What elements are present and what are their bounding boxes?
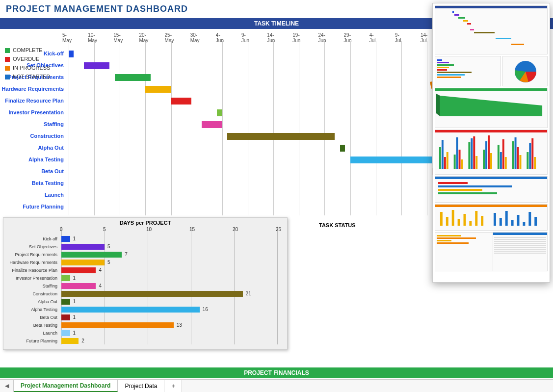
- svg-rect-22: [505, 157, 507, 169]
- svg-rect-41: [505, 211, 508, 226]
- svg-rect-20: [500, 152, 502, 169]
- legend-item: IN PROGRESS: [5, 65, 50, 71]
- svg-rect-16: [485, 141, 487, 169]
- svg-rect-31: [440, 212, 443, 226]
- svg-rect-24: [515, 137, 517, 169]
- days-row: Staffing4: [3, 283, 287, 290]
- svg-rect-25: [517, 147, 519, 169]
- svg-marker-2: [436, 94, 440, 116]
- tab-nav-prev[interactable]: ◀: [0, 380, 14, 392]
- gantt-row: Alpha Out: [0, 143, 432, 155]
- gantt-row: Launch: [0, 190, 432, 202]
- days-row: Beta Out1: [3, 314, 287, 322]
- svg-rect-6: [447, 152, 448, 169]
- svg-rect-33: [452, 210, 454, 226]
- svg-rect-37: [475, 211, 477, 226]
- svg-rect-34: [458, 219, 460, 226]
- svg-rect-39: [494, 213, 496, 226]
- svg-rect-45: [528, 212, 531, 226]
- svg-rect-28: [529, 143, 531, 169]
- gantt-row: Finalize Resource Plan: [0, 96, 432, 107]
- days-row: Alpha Testing16: [3, 306, 287, 314]
- sheet-tab-bar: ◀ Project Management Dashboard Project D…: [0, 379, 553, 392]
- svg-rect-44: [523, 222, 525, 226]
- gantt-row: Set Objectives: [0, 60, 432, 72]
- days-row: Launch1: [3, 330, 287, 338]
- svg-rect-38: [481, 216, 483, 226]
- svg-rect-15: [483, 150, 485, 169]
- tab-add[interactable]: +: [164, 380, 182, 392]
- svg-rect-27: [527, 152, 528, 169]
- gantt-row: Kick-off: [0, 49, 432, 60]
- legend-item: NOT STARTED: [5, 74, 50, 79]
- days-row: Construction21: [3, 290, 287, 298]
- preview-overlay: [432, 3, 550, 283]
- svg-rect-11: [468, 142, 470, 169]
- gantt-row: Project Requirements: [0, 72, 432, 84]
- gantt-row: Hardware Requirements: [0, 84, 432, 96]
- svg-marker-1: [440, 96, 542, 116]
- legend-item: OVERDUE: [5, 56, 50, 62]
- days-row: Set Objectives5: [3, 243, 287, 251]
- svg-rect-36: [469, 221, 472, 226]
- svg-rect-10: [461, 159, 463, 169]
- days-panel-title: DAYS per PROJECT: [3, 218, 287, 228]
- svg-rect-40: [500, 218, 502, 226]
- gantt-row: Beta Testing: [0, 178, 432, 190]
- gantt-row: Construction: [0, 131, 432, 143]
- days-row: Kick-off1: [3, 235, 287, 243]
- svg-rect-12: [471, 138, 473, 169]
- days-row: Alpha Out1: [3, 298, 287, 306]
- pie-legend: COMPLETEOVERDUEIN PROGRESSNOT STARTED: [5, 44, 50, 82]
- gantt-row: Staffing: [0, 119, 432, 131]
- svg-rect-13: [473, 136, 475, 169]
- gantt-chart: 5-May10-May15-May20-May25-May30-May4-Jun…: [0, 29, 432, 215]
- days-row: Beta Testing13: [3, 322, 287, 330]
- svg-rect-5: [444, 157, 446, 169]
- svg-rect-17: [488, 135, 490, 169]
- svg-rect-18: [490, 153, 492, 169]
- gantt-row: Investor Presentation: [0, 107, 432, 119]
- days-row: Hardware Requirements5: [3, 259, 287, 267]
- gantt-row: Future Planning: [0, 202, 432, 213]
- svg-rect-14: [475, 156, 477, 169]
- svg-rect-3: [439, 147, 441, 169]
- svg-rect-7: [454, 155, 456, 169]
- gantt-row: Alpha Testing: [0, 155, 432, 166]
- tab-project-data[interactable]: Project Data: [118, 380, 164, 392]
- svg-rect-42: [511, 220, 514, 226]
- days-per-project-panel: DAYS per PROJECT 0510152025 Kick-off1Set…: [3, 217, 288, 350]
- svg-rect-35: [463, 214, 466, 226]
- svg-rect-43: [517, 215, 520, 226]
- svg-rect-26: [519, 155, 521, 169]
- svg-rect-23: [512, 141, 514, 169]
- financials-band: PROJECT FINANCIALS: [0, 367, 553, 378]
- days-row: Finalize Resource Plan4: [3, 267, 287, 275]
- svg-rect-21: [502, 139, 504, 169]
- svg-rect-46: [534, 217, 537, 226]
- legend-item: COMPLETE: [5, 47, 50, 53]
- svg-rect-29: [531, 138, 533, 169]
- svg-rect-32: [446, 217, 448, 226]
- svg-rect-8: [456, 137, 458, 169]
- gantt-row: Beta Out: [0, 166, 432, 178]
- days-row: Investor Presentation1: [3, 275, 287, 283]
- days-row: Project Requirements7: [3, 251, 287, 259]
- svg-rect-9: [459, 150, 461, 169]
- days-row: Future Planning2: [3, 338, 287, 345]
- svg-rect-30: [534, 157, 536, 169]
- svg-rect-4: [442, 140, 444, 169]
- tab-dashboard[interactable]: Project Management Dashboard: [14, 380, 118, 392]
- svg-rect-19: [498, 145, 500, 169]
